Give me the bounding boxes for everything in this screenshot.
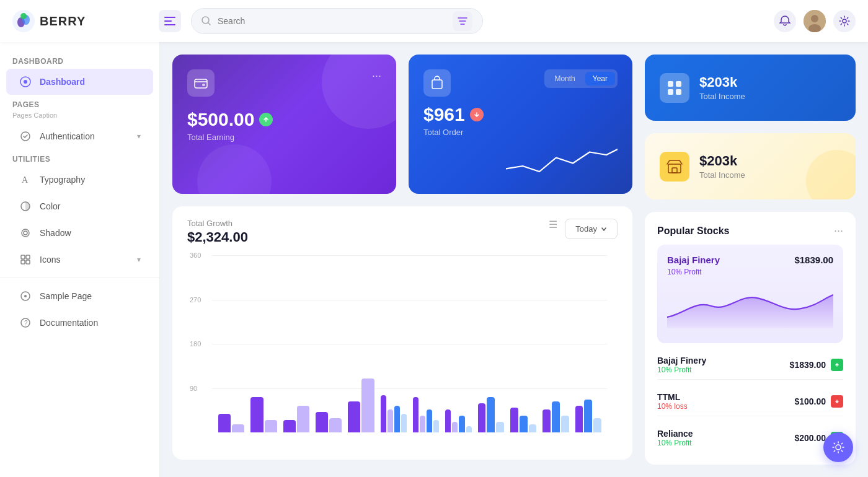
down-arrow-icon [834, 398, 840, 405]
auth-icon [19, 129, 32, 143]
sidebar-item-icons[interactable]: Icons ▾ [6, 247, 153, 273]
sidebar-item-typography[interactable]: A Typography [6, 167, 153, 193]
stocks-panel: Popular Stocks ··· Bajaj Finery $1839.00… [645, 212, 856, 465]
stock-ttml-price: $100.00 [794, 396, 826, 406]
income-yellow-amount: $203k [699, 153, 745, 169]
order-card-top: Month Year [423, 69, 618, 97]
dashboard-icon [19, 75, 32, 89]
svg-rect-37 [676, 89, 681, 95]
chevron-down-icon [601, 226, 607, 232]
bell-icon [779, 15, 790, 27]
featured-stock-name: Bajaj Finery [667, 255, 720, 265]
svg-point-13 [811, 15, 818, 22]
stock-bajaj-right: $1839.00 [790, 359, 843, 371]
svg-rect-5 [164, 20, 172, 22]
stock-list-item-bajaj[interactable]: Bajaj Finery 10% Profit $1839.00 [657, 351, 843, 380]
auth-chevron: ▾ [137, 132, 141, 141]
svg-text:A: A [22, 175, 29, 185]
bar-group [445, 255, 471, 432]
chart-title-area: Total Growth $2,324.00 [187, 219, 248, 245]
settings-button[interactable] [833, 10, 856, 32]
earning-card-menu[interactable]: ··· [372, 69, 381, 82]
icons-label: Icons [40, 255, 60, 265]
sidebar-item-dashboard[interactable]: Dashboard [6, 69, 153, 95]
stock-bajaj-badge [831, 359, 843, 371]
stock-bajaj-price: $1839.00 [790, 360, 826, 370]
arrow-down-icon [473, 111, 480, 118]
income-blue-card: $203k Total Income [645, 55, 856, 121]
fab-button[interactable] [823, 432, 853, 462]
income-yellow-icon [660, 152, 689, 182]
stock-list-item-reliance[interactable]: Reliance 10% Profit $200.00 [657, 424, 843, 452]
sidebar-item-documentation[interactable]: ? Documentation [6, 310, 153, 336]
income-yellow-card: $203k Total Income [645, 133, 856, 199]
stock-ttml-loss: 10% loss [657, 402, 688, 411]
earning-label: Total Earning [187, 133, 381, 142]
sidebar-item-authentication[interactable]: Authentication ▾ [6, 123, 153, 149]
sidebar-item-color[interactable]: Color [6, 193, 153, 219]
svg-point-15 [843, 19, 846, 23]
bar-group [218, 255, 244, 432]
icons-chevron: ▾ [137, 255, 141, 264]
avatar[interactable] [804, 10, 826, 32]
stock-bajaj-name: Bajaj Finery [657, 356, 706, 365]
bar-group [542, 255, 569, 432]
bar-group [316, 255, 342, 432]
chart-bars-area: 360 270 180 90 [187, 255, 618, 447]
svg-text:?: ? [24, 320, 28, 326]
stocks-menu[interactable]: ··· [834, 224, 843, 237]
sidebar-item-sample-page[interactable]: Sample Page [6, 283, 153, 309]
svg-rect-25 [21, 260, 25, 264]
month-btn[interactable]: Month [547, 72, 582, 85]
icons-icon [19, 253, 32, 266]
today-button[interactable]: Today [565, 219, 618, 239]
featured-stock-price: $1839.00 [794, 255, 833, 265]
grid-icon [666, 79, 683, 97]
chart-title-label: Total Growth [187, 219, 248, 228]
svg-point-3 [20, 13, 27, 19]
menu-button[interactable] [159, 10, 181, 32]
filter-button[interactable] [453, 11, 472, 31]
order-amount: $961 [423, 104, 465, 125]
store-icon [666, 158, 683, 175]
color-label: Color [40, 201, 60, 211]
main-layout: Dashboard Dashboard Pages Pages Caption … [0, 42, 868, 477]
order-down-badge [470, 108, 484, 121]
up-arrow-icon [834, 362, 840, 368]
left-content: ··· $500.00 Total Earning [172, 55, 632, 465]
income-blue-label: Total Income [699, 92, 745, 101]
pages-section-label: Pages [0, 95, 159, 112]
nav-icons [774, 10, 856, 32]
stock-item-reliance-left: Reliance 10% Profit [657, 429, 693, 447]
earning-card-icon [187, 69, 215, 97]
svg-point-28 [24, 295, 27, 297]
notification-button[interactable] [774, 10, 796, 32]
svg-rect-32 [202, 84, 205, 86]
featured-stock-profit: 10% Profit [667, 268, 833, 276]
color-icon [19, 199, 32, 213]
stocks-title: Popular Stocks [657, 225, 729, 237]
documentation-icon: ? [19, 316, 32, 330]
svg-rect-39 [672, 168, 677, 173]
svg-rect-23 [21, 255, 25, 259]
sidebar-item-shadow[interactable]: Shadow [6, 220, 153, 246]
year-btn[interactable]: Year [585, 72, 615, 85]
bar-group [381, 255, 407, 432]
search-input[interactable] [218, 16, 446, 26]
stock-reliance-price: $200.00 [794, 433, 826, 443]
bar-group [283, 255, 309, 432]
avatar-image [804, 10, 826, 32]
order-card: Month Year $961 Total Order [409, 55, 632, 194]
stocks-header: Popular Stocks ··· [657, 224, 843, 237]
income-yellow-label: Total Income [699, 170, 745, 180]
earning-up-badge [259, 113, 273, 126]
stock-ttml-badge [831, 395, 843, 408]
bag-icon [430, 76, 445, 90]
stock-list-item-ttml[interactable]: TTML 10% loss $100.00 [657, 387, 843, 416]
svg-point-17 [24, 80, 27, 84]
income-blue-info: $203k Total Income [699, 74, 745, 101]
chart-menu-icon[interactable]: ☰ [549, 219, 557, 230]
shadow-label: Shadow [40, 228, 71, 238]
arrow-up-icon [262, 116, 270, 123]
cards-row: ··· $500.00 Total Earning [172, 55, 632, 194]
